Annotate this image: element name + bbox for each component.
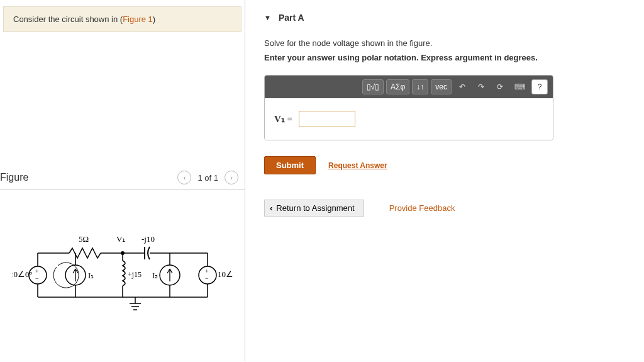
left-panel: Consider the circuit shown in (Figure 1)… xyxy=(0,0,245,362)
caret-down-icon: ▼ xyxy=(264,14,271,21)
feedback-link[interactable]: Provide Feedback xyxy=(389,203,455,213)
inductor-label: +j15 xyxy=(128,270,142,279)
problem-text-after: ) xyxy=(153,14,155,24)
variable-label: V₁ = xyxy=(274,113,292,125)
answer-box: ▯√▯ ΑΣφ ↓↑ vec ↶ ↷ ⟳ ⌨ ? V₁ = xyxy=(264,75,553,140)
subscript-button[interactable]: ↓↑ xyxy=(412,79,428,94)
right-source-label: 10∠180° xyxy=(218,269,233,279)
svg-text:−: − xyxy=(35,275,39,282)
circuit-diagram: 5Ω V₁ -j10 + − 20∠0° xyxy=(0,228,245,324)
problem-statement: Consider the circuit shown in (Figure 1) xyxy=(3,6,242,32)
figure-next-button[interactable]: › xyxy=(225,171,238,184)
v1-node-label: V₁ xyxy=(116,234,125,244)
instruction-text: Solve for the node voltage shown in the … xyxy=(264,38,625,48)
submit-button[interactable]: Submit xyxy=(264,156,316,174)
capacitor-label: -j10 xyxy=(142,234,155,244)
greek-button[interactable]: ΑΣφ xyxy=(386,79,409,94)
return-label: Return to Assignment xyxy=(276,203,354,213)
footer-row: ‹ Return to Assignment Provide Feedback xyxy=(264,200,625,217)
figure-prev-button[interactable]: ‹ xyxy=(177,171,191,184)
svg-text:+: + xyxy=(205,268,209,274)
reset-button[interactable]: ⟳ xyxy=(492,79,508,94)
i2-label: I₂ xyxy=(152,271,158,280)
action-row: Submit Request Answer xyxy=(264,156,625,174)
vector-button[interactable]: vec xyxy=(431,79,452,94)
chevron-left-icon: ‹ xyxy=(270,203,272,213)
instruction-bold: Enter your answer using polar notation. … xyxy=(264,53,625,62)
part-label: Part A xyxy=(279,13,304,23)
svg-text:−: − xyxy=(205,275,209,282)
left-source-label: 20∠0° xyxy=(13,269,33,279)
figure-count: 1 of 1 xyxy=(197,173,218,183)
problem-text-before: Consider the circuit shown in ( xyxy=(13,14,123,24)
keyboard-button[interactable]: ⌨ xyxy=(511,79,529,94)
part-header[interactable]: ▼ Part A xyxy=(264,13,625,23)
template-button[interactable]: ▯√▯ xyxy=(362,79,384,94)
svg-text:+: + xyxy=(35,268,39,274)
i1-label: I₁ xyxy=(88,271,94,280)
answer-input[interactable] xyxy=(299,111,355,127)
return-button[interactable]: ‹ Return to Assignment xyxy=(264,200,364,217)
figure-header: Figure ‹ 1 of 1 › xyxy=(0,171,245,190)
request-answer-link[interactable]: Request Answer xyxy=(328,161,387,170)
equation-toolbar: ▯√▯ ΑΣφ ↓↑ vec ↶ ↷ ⟳ ⌨ ? xyxy=(265,76,553,98)
redo-button[interactable]: ↷ xyxy=(473,79,489,94)
resistor-label: 5Ω xyxy=(79,234,89,244)
undo-button[interactable]: ↶ xyxy=(454,79,470,94)
answer-input-area: V₁ = xyxy=(265,98,553,140)
help-button[interactable]: ? xyxy=(531,79,548,94)
figure-title: Figure xyxy=(0,172,28,183)
figure-nav: ‹ 1 of 1 › xyxy=(177,171,238,184)
figure-link[interactable]: Figure 1 xyxy=(123,14,153,24)
right-panel: ▼ Part A Solve for the node voltage show… xyxy=(245,0,644,362)
